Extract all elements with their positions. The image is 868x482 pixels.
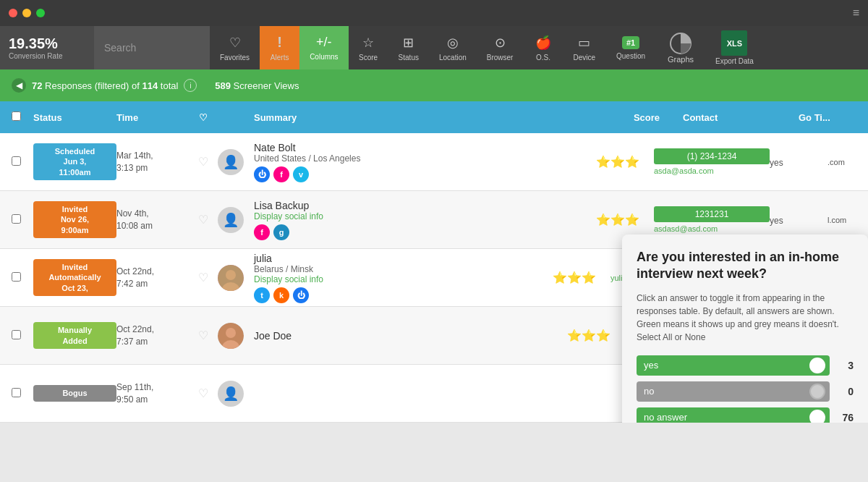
tab-favorites[interactable]: ♡ Favorites <box>210 26 260 69</box>
conversion-block: 19.35% Conversion Rate <box>0 26 94 69</box>
status-badge: InvitedAutomaticallyOct 23, <box>33 259 116 296</box>
contact-phone: (1) 234-1234 <box>654 148 770 164</box>
header-time: Time <box>116 112 189 123</box>
status-badge: ScheduledJun 3,11:00am <box>33 143 116 180</box>
tab-location[interactable]: ◎ Location <box>429 26 477 69</box>
tab-device[interactable]: ▭ Device <box>563 26 605 69</box>
tab-status[interactable]: ⊞ Status <box>388 26 429 69</box>
answer-bar-no[interactable]: no <box>637 381 830 402</box>
respondent-name: Lisa Backup <box>254 200 582 211</box>
answer-toggle-no[interactable] <box>809 384 825 399</box>
row-extra: .com <box>827 158 856 166</box>
display-social-link[interactable]: Display social info <box>254 274 538 284</box>
search-input[interactable] <box>94 26 210 69</box>
answer-yes: yes <box>770 158 783 168</box>
answer-bar-yes[interactable]: yes <box>637 355 830 376</box>
favorite-heart[interactable]: ♡ <box>189 155 218 169</box>
answer-row-yes: yes 3 <box>637 355 854 376</box>
social-power-icon2[interactable]: ⏻ <box>293 287 309 303</box>
tooltip-popup: Are you interested in an in-home intervi… <box>622 234 868 423</box>
stats-screener: 589 Screener Views <box>215 80 299 91</box>
social-twitter-icon[interactable]: t <box>254 287 270 303</box>
row-checkbox[interactable] <box>12 272 21 282</box>
header-heart: ♡ <box>189 112 218 123</box>
answer-row-noanswer: no answer 76 <box>637 407 854 423</box>
favorite-heart[interactable]: ♡ <box>189 213 218 227</box>
answer-count-no: 0 <box>835 386 854 397</box>
row-score: ⭐⭐⭐ <box>582 155 654 169</box>
row-summary: Joe Doe <box>254 330 553 342</box>
social-gravatar-icon[interactable]: g <box>273 224 289 240</box>
row-summary: Lisa Backup Display social info f g <box>254 200 582 240</box>
conversion-rate: 19.35% <box>9 35 85 52</box>
row-checkbox[interactable] <box>12 156 21 166</box>
answer-toggle-noanswer[interactable] <box>809 410 825 423</box>
avatar <box>218 265 244 291</box>
tab-columns[interactable]: +/- Columns <box>299 26 348 69</box>
answer-toggle-yes[interactable] <box>809 358 825 373</box>
favorite-heart[interactable]: ♡ <box>189 271 218 284</box>
answer-row-no: no 0 <box>637 381 854 402</box>
status-badge: Bogus <box>33 385 116 401</box>
contact-email: asdasd@asd.com <box>654 224 770 233</box>
answer-count-noanswer: 76 <box>835 412 854 423</box>
social-flickr-icon[interactable]: f <box>273 166 289 182</box>
tab-browser[interactable]: ⊙ Browser <box>477 26 524 69</box>
social-vimeo-icon[interactable]: v <box>293 166 309 182</box>
row-score: ⭐⭐⭐ <box>538 271 610 284</box>
table-header: Status Time ♡ Summary Score Contact Go T… <box>0 101 868 133</box>
answer-bar-noanswer[interactable]: no answer <box>637 407 830 423</box>
tab-location-label: Location <box>439 54 467 62</box>
select-all-checkbox[interactable] <box>12 111 21 121</box>
info-icon[interactable]: i <box>184 79 197 92</box>
respondent-location: United States / Los Angeles <box>254 153 582 164</box>
favorite-heart[interactable]: ♡ <box>189 386 218 400</box>
menu-icon[interactable]: ≡ <box>853 7 859 20</box>
header-contact: Contact <box>683 112 799 123</box>
export-block[interactable]: XLS Export Data <box>705 26 764 69</box>
answer-label-no: no <box>644 386 654 397</box>
social-power-icon[interactable]: ⏻ <box>254 166 270 182</box>
header-status: Status <box>33 112 116 123</box>
conversion-label: Conversion Rate <box>9 52 85 60</box>
stars: ⭐⭐⭐ <box>596 156 639 168</box>
tooltip-title: Are you interested in an in-home intervi… <box>637 249 854 283</box>
row-checkbox[interactable] <box>12 214 21 224</box>
graphs-label: Graphs <box>668 55 694 64</box>
row-go: yes <box>770 213 827 227</box>
social-links: f g <box>254 224 582 240</box>
row-checkbox[interactable] <box>12 330 21 339</box>
respondent-name: Joe Doe <box>254 330 553 342</box>
row-time: Oct 22nd,7:37 am <box>116 324 189 348</box>
favorite-heart[interactable]: ♡ <box>189 329 218 342</box>
top-bar: 19.35% Conversion Rate ♡ Favorites ! Ale… <box>0 26 868 69</box>
social-orange-icon[interactable]: k <box>273 287 289 303</box>
table-row: ScheduledJun 3,11:00am Mar 14th,3:13 pm … <box>0 133 868 191</box>
social-links: t k ⏻ <box>254 287 538 303</box>
row-go: yes <box>770 156 827 169</box>
tab-alerts[interactable]: ! Alerts <box>260 26 299 69</box>
device-icon: ▭ <box>578 35 590 51</box>
minimize-dot[interactable] <box>22 9 31 17</box>
tab-os[interactable]: 🍎 O.S. <box>523 26 563 69</box>
back-arrow[interactable]: ◀ <box>12 78 26 93</box>
export-label: Export Data <box>715 57 754 65</box>
social-flickr-icon[interactable]: f <box>254 224 270 240</box>
respondent-location: Belarus / Minsk <box>254 264 538 274</box>
avatar <box>218 323 244 349</box>
avatar: 👤 <box>218 149 244 175</box>
stars: ⭐⭐⭐ <box>596 213 639 226</box>
row-time: Sep 11th,9:50 am <box>116 381 189 406</box>
stars: ⭐⭐⭐ <box>567 329 610 342</box>
close-dot[interactable] <box>9 9 17 17</box>
tab-score-label: Score <box>359 54 378 62</box>
maximize-dot[interactable] <box>36 9 45 17</box>
row-checkbox[interactable] <box>12 388 21 397</box>
tab-question-label: Question <box>616 52 645 60</box>
tab-status-label: Status <box>399 54 419 62</box>
tab-score[interactable]: ☆ Score <box>349 26 388 69</box>
row-time: Oct 22nd,7:42 am <box>116 266 189 290</box>
tab-question[interactable]: #1 Question <box>605 26 656 69</box>
graphs-block[interactable]: Graphs <box>656 26 705 69</box>
row-summary: julia Belarus / Minsk Display social inf… <box>254 253 538 303</box>
